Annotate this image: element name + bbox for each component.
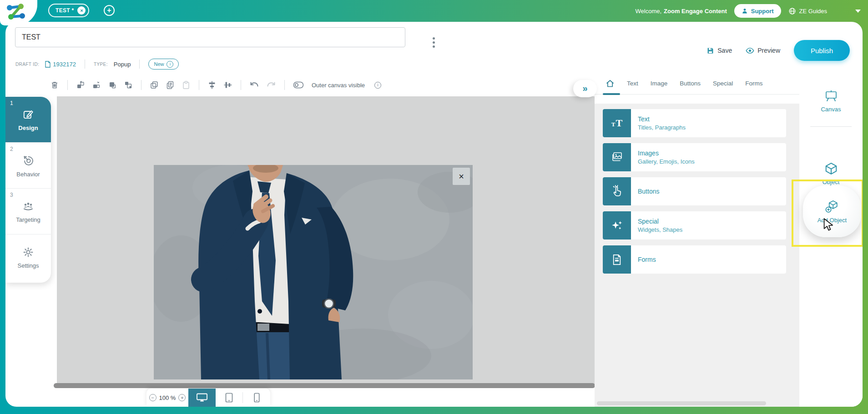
rail-object-button[interactable]: Object	[799, 162, 863, 185]
steps-sidebar: 1 Design 2 Behavior 3 Targeting Settings	[5, 97, 51, 283]
step-behavior[interactable]: 2 Behavior	[5, 142, 51, 188]
tab-close-icon[interactable]: ×	[77, 6, 86, 15]
title-input[interactable]	[15, 27, 405, 47]
list-item-special[interactable]: SpecialWidgets, Shapes	[603, 211, 786, 239]
user-icon	[742, 8, 748, 15]
divider	[139, 60, 140, 69]
rail-canvas-label: Canvas	[821, 106, 841, 113]
align-horizontal-center-icon[interactable]	[223, 80, 232, 90]
delete-icon[interactable]	[50, 80, 59, 90]
chevron-down-icon[interactable]	[855, 10, 861, 13]
draft-id-value[interactable]: 1932172	[45, 61, 76, 68]
divider	[85, 60, 85, 69]
align-vertical-center-icon[interactable]	[207, 80, 217, 90]
bring-to-front-icon[interactable]	[108, 80, 117, 90]
properties-rail: Canvas Object Add Object	[799, 73, 863, 407]
welcome-prefix: Welcome,	[636, 8, 662, 15]
horizontal-scrollbar[interactable]	[54, 383, 595, 388]
paste-behind-icon[interactable]	[92, 80, 101, 90]
tab-image[interactable]: Image	[651, 80, 668, 87]
undo-icon[interactable]	[249, 81, 259, 89]
tab-forms[interactable]: Forms	[745, 80, 762, 87]
status-badge[interactable]: New i	[148, 59, 179, 70]
zoom-level: 100 %	[159, 394, 176, 401]
item-subtitle: Gallery, Emojis, Icons	[638, 158, 695, 165]
info-icon: i	[167, 61, 173, 68]
support-button[interactable]: Support	[734, 4, 781, 18]
document-icon	[45, 61, 50, 68]
zoom-out-button[interactable]: −	[149, 394, 156, 401]
divider	[810, 126, 852, 127]
kebab-menu-icon[interactable]	[429, 34, 439, 51]
images-icon	[603, 143, 631, 171]
redo-icon[interactable]	[266, 81, 276, 89]
object-cube-icon	[824, 162, 838, 175]
tab-text[interactable]: Text	[627, 80, 638, 87]
type-label: TYPE:	[94, 62, 108, 67]
list-item-buttons[interactable]: Buttons	[603, 177, 786, 205]
publish-button[interactable]: Publish	[794, 40, 850, 61]
zoom-control: − 100 % +	[146, 389, 188, 407]
popup-close-button[interactable]: ×	[453, 168, 470, 185]
item-title: Text	[638, 115, 686, 123]
tab-home[interactable]	[606, 79, 615, 88]
welcome-text: Welcome,Zoom Engage Content	[636, 8, 727, 15]
new-tab-button[interactable]: +	[104, 5, 115, 16]
paste-icon[interactable]	[182, 80, 191, 90]
list-item-forms[interactable]: Forms	[603, 245, 786, 274]
mobile-view-button[interactable]	[243, 389, 270, 407]
desktop-view-button[interactable]	[188, 389, 216, 407]
step-targeting[interactable]: 3 Targeting	[5, 188, 51, 234]
tablet-view-button[interactable]	[216, 389, 243, 407]
send-to-back-icon[interactable]	[124, 80, 133, 90]
desktop-icon	[196, 393, 208, 403]
rail-canvas-button[interactable]: Canvas	[799, 90, 863, 113]
tab-special[interactable]: Special	[713, 80, 733, 87]
item-title: Images	[638, 150, 695, 157]
list-item-images[interactable]: ImagesGallery, Emojis, Icons	[603, 143, 786, 171]
device-preview-bar: − 100 % +	[146, 389, 270, 407]
app-header: TEST * × + Welcome,Zoom Engage Content S…	[0, 0, 868, 22]
draft-id-label: DRAFT ID:	[15, 62, 39, 67]
type-value: Popup	[114, 61, 131, 68]
ze-guides-label: ZE Guides	[799, 8, 827, 15]
step-label: Settings	[5, 262, 51, 269]
step-number: 1	[10, 100, 13, 106]
canvas-toolbar: Outer canvas visible i	[50, 76, 381, 94]
targeting-icon	[22, 200, 35, 212]
toolbar-divider	[284, 80, 285, 90]
list-item-text[interactable]: TT TextTitles, Paragraphs	[603, 109, 786, 137]
save-button[interactable]: Save	[707, 47, 732, 55]
draft-id-number: 1932172	[53, 61, 76, 68]
suit-man-photo	[154, 165, 473, 379]
content-tab[interactable]: TEST * ×	[48, 4, 89, 17]
design-canvas[interactable]: ×	[57, 96, 595, 384]
step-label: Design	[5, 125, 51, 131]
step-label: Behavior	[5, 171, 51, 178]
active-tab-indicator	[603, 93, 620, 95]
toolbar-divider	[199, 80, 199, 90]
settings-gear-icon	[22, 246, 34, 258]
welcome-user: Zoom Engage Content	[664, 8, 727, 15]
special-sparkles-icon	[603, 211, 631, 239]
collapse-panel-button[interactable]: »	[573, 80, 597, 97]
mouse-cursor	[823, 218, 835, 232]
outer-canvas-toggle[interactable]	[293, 81, 304, 89]
behavior-icon	[22, 155, 35, 167]
step-design[interactable]: 1 Design	[5, 97, 51, 142]
tab-buttons[interactable]: Buttons	[680, 80, 701, 87]
zoom-in-button[interactable]: +	[178, 394, 186, 401]
item-title: Buttons	[638, 188, 659, 195]
main-card: Save Preview Publish DRAFT ID: 1932172 T…	[5, 22, 863, 407]
ze-guides-menu[interactable]: ZE Guides	[788, 7, 827, 15]
copy-icon[interactable]	[166, 80, 175, 90]
rail-object-label: Object	[823, 179, 840, 185]
preview-button[interactable]: Preview	[746, 47, 780, 54]
paste-in-front-icon[interactable]	[76, 80, 85, 90]
item-subtitle: Widgets, Shapes	[638, 226, 682, 233]
step-settings[interactable]: Settings	[5, 234, 51, 280]
duplicate-icon[interactable]	[150, 80, 159, 90]
popup-image[interactable]: ×	[154, 165, 473, 379]
globe-icon	[788, 7, 796, 15]
panel-scrollbar[interactable]	[597, 401, 766, 405]
